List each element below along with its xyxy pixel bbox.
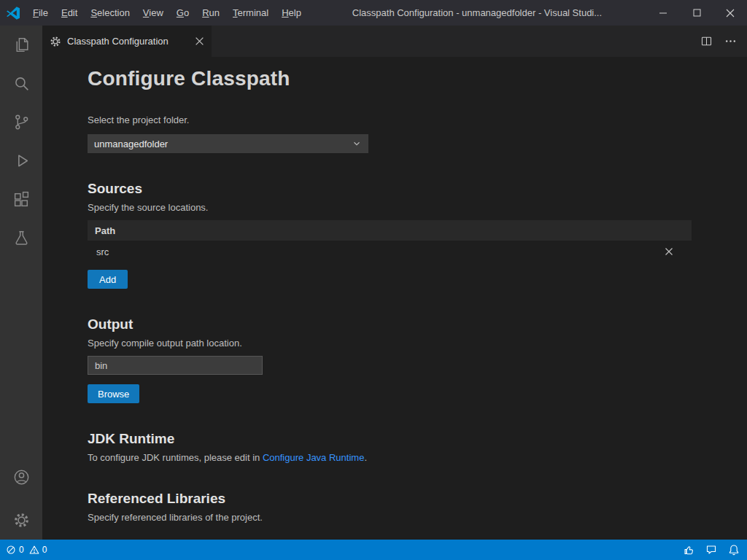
window-controls bbox=[646, 0, 747, 26]
status-bar: 0 0 bbox=[0, 540, 747, 560]
titlebar: File Edit Selection View Go Run Terminal… bbox=[0, 0, 747, 26]
account-icon[interactable] bbox=[0, 458, 42, 497]
add-source-button[interactable]: Add bbox=[88, 270, 128, 289]
menu-selection[interactable]: Selection bbox=[84, 0, 136, 26]
error-count: 0 bbox=[19, 545, 24, 555]
tab-label: Classpath Configuration bbox=[67, 36, 169, 47]
feedback-icon[interactable] bbox=[705, 544, 717, 556]
chevron-down-icon bbox=[352, 139, 362, 149]
configure-java-runtime-link[interactable]: Configure Java Runtime bbox=[263, 452, 364, 463]
settings-gear-icon[interactable] bbox=[0, 501, 42, 540]
maximize-icon[interactable] bbox=[680, 0, 713, 26]
minimize-icon[interactable] bbox=[646, 0, 680, 26]
extensions-icon[interactable] bbox=[0, 180, 42, 219]
editor-actions bbox=[700, 26, 747, 57]
remove-row-icon[interactable] bbox=[664, 246, 674, 257]
warnings-indicator[interactable]: 0 bbox=[29, 545, 47, 555]
testing-icon[interactable] bbox=[0, 219, 42, 257]
project-folder-select[interactable]: unmanagedfolder bbox=[88, 134, 368, 153]
source-path: src bbox=[96, 246, 109, 257]
close-tab-icon[interactable] bbox=[195, 36, 204, 46]
sources-heading: Sources bbox=[88, 181, 747, 197]
menu-edit[interactable]: Edit bbox=[55, 0, 84, 26]
warning-icon bbox=[29, 545, 39, 555]
menu-run[interactable]: Run bbox=[196, 0, 226, 26]
more-actions-icon[interactable] bbox=[724, 35, 737, 47]
menu-view[interactable]: View bbox=[136, 0, 170, 26]
menu-go[interactable]: Go bbox=[170, 0, 196, 26]
bell-icon[interactable] bbox=[728, 544, 740, 556]
problems-indicator[interactable]: 0 bbox=[6, 545, 24, 555]
jdk-text-before: To configure JDK runtimes, please edit i… bbox=[88, 452, 263, 463]
output-description: Specify compile output path location. bbox=[88, 338, 747, 349]
referenced-libraries-description: Specify referenced libraries of the proj… bbox=[88, 512, 747, 523]
output-heading: Output bbox=[88, 316, 747, 332]
split-editor-icon[interactable] bbox=[700, 35, 713, 47]
warning-count: 0 bbox=[42, 545, 47, 555]
menu-file[interactable]: File bbox=[26, 0, 55, 26]
menu-help[interactable]: Help bbox=[275, 0, 308, 26]
vscode-logo-icon bbox=[0, 0, 26, 26]
page-title: Configure Classpath bbox=[88, 67, 747, 90]
jdk-text-after: . bbox=[364, 452, 367, 463]
project-folder-label: Select the project folder. bbox=[88, 114, 747, 125]
menu-bar: File Edit Selection View Go Run Terminal… bbox=[26, 0, 308, 26]
jdk-runtime-heading: JDK Runtime bbox=[88, 431, 747, 447]
referenced-libraries-heading: Referenced Libraries bbox=[88, 491, 747, 507]
tab-classpath-configuration[interactable]: Classpath Configuration bbox=[42, 26, 212, 57]
search-icon[interactable] bbox=[0, 64, 42, 103]
sources-column-header: Path bbox=[88, 220, 692, 241]
run-debug-icon[interactable] bbox=[0, 141, 42, 180]
close-window-icon[interactable] bbox=[713, 0, 747, 26]
activity-bar bbox=[0, 26, 42, 540]
classpath-configuration-page: Configure Classpath Select the project f… bbox=[42, 57, 747, 540]
error-icon bbox=[6, 545, 16, 555]
editor-tab-bar: Classpath Configuration bbox=[42, 26, 747, 57]
thumbsup-icon[interactable] bbox=[683, 544, 694, 556]
source-row[interactable]: src bbox=[88, 241, 692, 262]
jdk-runtime-text: To configure JDK runtimes, please edit i… bbox=[88, 452, 747, 463]
sources-description: Specify the source locations. bbox=[88, 202, 747, 213]
menu-terminal[interactable]: Terminal bbox=[226, 0, 275, 26]
window-title: Classpath Configuration - unmanagedfolde… bbox=[308, 0, 646, 26]
classpath-tab-icon bbox=[50, 36, 61, 47]
browse-button[interactable]: Browse bbox=[88, 384, 139, 403]
vscode-window: File Edit Selection View Go Run Terminal… bbox=[0, 0, 747, 560]
project-folder-value: unmanagedfolder bbox=[94, 139, 168, 149]
sources-table: Path src bbox=[88, 220, 692, 262]
output-path-input[interactable] bbox=[88, 356, 263, 375]
explorer-icon[interactable] bbox=[0, 26, 42, 64]
statusbar-right bbox=[683, 544, 740, 556]
source-control-icon[interactable] bbox=[0, 103, 42, 141]
